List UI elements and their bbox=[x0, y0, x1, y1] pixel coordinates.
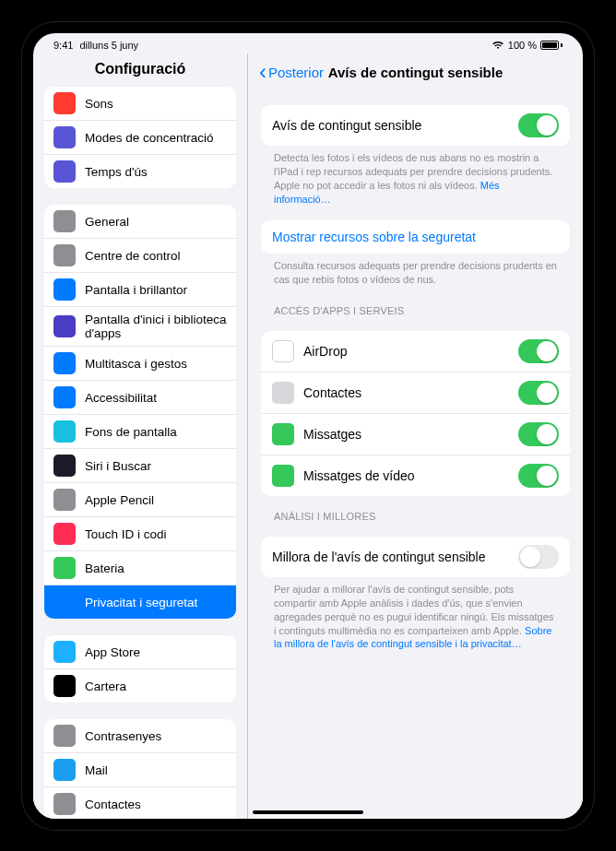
settings-icon bbox=[53, 278, 76, 301]
settings-icon bbox=[53, 126, 76, 148]
sidebar-item-mail[interactable]: Mail bbox=[44, 753, 236, 787]
sidebar-item-label: Apple Pencil bbox=[85, 493, 154, 507]
sidebar-item-apple-pencil[interactable]: Apple Pencil bbox=[44, 483, 236, 517]
settings-icon bbox=[53, 352, 76, 374]
sidebar-item-label: General bbox=[85, 215, 129, 229]
settings-icon bbox=[53, 386, 76, 408]
sidebar-item-modes-de-concentracio-[interactable]: Modes de concentració bbox=[44, 121, 236, 155]
sidebar-item-cartera[interactable]: Cartera bbox=[44, 669, 236, 703]
sidebar-item-accessibilitat[interactable]: Accessibilitat bbox=[44, 381, 236, 415]
app-label: AirDrop bbox=[303, 344, 347, 359]
ipad-frame: 9:41 dilluns 5 juny 100 % Configuració S… bbox=[22, 22, 594, 830]
wifi-icon bbox=[492, 41, 504, 50]
app-icon bbox=[272, 382, 294, 404]
sidebar-item-label: Pantalla d'inici i biblioteca d'apps bbox=[85, 313, 227, 340]
sidebar-item-siri-i-buscar[interactable]: Siri i Buscar bbox=[44, 449, 236, 483]
settings-icon bbox=[53, 210, 76, 232]
sensitive-warning-label: Avís de contingut sensible bbox=[272, 118, 421, 133]
content-pane[interactable]: Posterior Avís de contingut sensible Aví… bbox=[247, 53, 583, 819]
sidebar-item-label: Pantalla i brillantor bbox=[85, 283, 187, 297]
improve-warning-toggle[interactable] bbox=[518, 545, 559, 569]
app-row-contactes: Contactes bbox=[261, 372, 570, 414]
sidebar-item-label: Sons bbox=[85, 97, 113, 111]
apps-card: AirDropContactesMissatgesMissatges de ví… bbox=[261, 331, 570, 496]
sidebar-item-sons[interactable]: Sons bbox=[44, 87, 236, 121]
apps-section-header: ACCÉS D'APPS I SERVEIS bbox=[261, 290, 570, 320]
settings-icon bbox=[53, 455, 76, 477]
settings-icon bbox=[53, 489, 76, 511]
analysis-section-header: ANÀLISI I MILLORES bbox=[261, 496, 570, 526]
nav-bar: Posterior Avís de contingut sensible bbox=[248, 53, 583, 90]
sidebar-item-label: Accessibilitat bbox=[85, 391, 157, 405]
sidebar-item-temps-d-u-s[interactable]: Temps d'ús bbox=[44, 155, 236, 188]
improve-warning-label: Millora de l'avís de contingut sensible bbox=[272, 550, 485, 564]
settings-icon bbox=[53, 793, 76, 815]
improve-card: Millora de l'avís de contingut sensible bbox=[261, 537, 570, 577]
show-safety-resources-link[interactable]: Mostrar recursos sobre la seguretat bbox=[261, 220, 570, 254]
sidebar-item-label: Bateria bbox=[85, 561, 124, 575]
sidebar-item-multitasca-i-gestos[interactable]: Multitasca i gestos bbox=[44, 347, 236, 381]
sidebar-item-general[interactable]: General bbox=[44, 205, 236, 239]
status-right: 100 % bbox=[492, 40, 563, 51]
app-icon bbox=[272, 423, 294, 445]
app-label: Missatges de vídeo bbox=[303, 468, 415, 483]
sidebar-item-app-store[interactable]: App Store bbox=[44, 635, 236, 669]
sidebar-item-label: Contactes bbox=[85, 798, 141, 811]
sidebar-item-label: Multitasca i gestos bbox=[85, 357, 187, 371]
sidebar-item-privacitat-i-seguretat[interactable]: Privacitat i seguretat bbox=[44, 585, 236, 619]
sidebar-item-label: Temps d'ús bbox=[85, 165, 148, 179]
resources-footer: Consulta recursos adequats per prendre d… bbox=[261, 254, 570, 290]
sidebar-item-label: Contrasenyes bbox=[85, 729, 161, 743]
settings-icon bbox=[53, 759, 76, 781]
sidebar-item-label: Siri i Buscar bbox=[85, 459, 151, 473]
sidebar-item-fons-de-pantalla[interactable]: Fons de pantalla bbox=[44, 415, 236, 449]
settings-icon bbox=[53, 160, 76, 183]
settings-icon bbox=[53, 725, 76, 747]
sidebar-scroll[interactable]: SonsModes de concentracióTemps d'ús Gene… bbox=[33, 87, 247, 819]
back-label: Posterior bbox=[268, 65, 324, 80]
sidebar-item-pantalla-d-inici-i-biblioteca-d-apps[interactable]: Pantalla d'inici i biblioteca d'apps bbox=[44, 307, 236, 347]
app-label: Missatges bbox=[303, 427, 361, 442]
settings-icon bbox=[53, 523, 76, 545]
sidebar-item-touch-id-i-codi[interactable]: Touch ID i codi bbox=[44, 517, 236, 551]
sidebar-item-label: Fons de pantalla bbox=[85, 425, 177, 439]
status-left: 9:41 dilluns 5 juny bbox=[53, 40, 138, 51]
status-bar: 9:41 dilluns 5 juny 100 % bbox=[33, 33, 583, 53]
status-date: dilluns 5 juny bbox=[79, 40, 138, 51]
sidebar-item-label: Modes de concentració bbox=[85, 131, 214, 145]
sidebar-item-centre-de-control[interactable]: Centre de control bbox=[44, 239, 236, 273]
sidebar-item-contrasenyes[interactable]: Contrasenyes bbox=[44, 719, 236, 753]
sidebar-item-label: Privacitat i seguretat bbox=[85, 596, 197, 609]
settings-icon bbox=[53, 92, 76, 114]
app-row-missatges-de-vi-deo: Missatges de vídeo bbox=[261, 455, 570, 496]
sidebar-item-label: Centre de control bbox=[85, 249, 181, 263]
app-toggle-contactes[interactable] bbox=[518, 381, 559, 405]
settings-icon bbox=[53, 641, 76, 663]
sidebar-item-bateria[interactable]: Bateria bbox=[44, 551, 236, 585]
settings-icon bbox=[53, 315, 76, 337]
app-toggle-missatges-de-vi-deo[interactable] bbox=[518, 464, 559, 488]
back-button[interactable]: Posterior bbox=[259, 65, 324, 80]
sidebar-item-contactes[interactable]: Contactes bbox=[44, 787, 236, 819]
sidebar-item-label: Touch ID i codi bbox=[85, 527, 167, 541]
settings-icon bbox=[53, 420, 76, 443]
sidebar-item-pantalla-i-brillantor[interactable]: Pantalla i brillantor bbox=[44, 273, 236, 307]
app-toggle-airdrop[interactable] bbox=[518, 339, 559, 363]
battery-pct: 100 % bbox=[508, 40, 537, 51]
sidebar-item-label: Cartera bbox=[85, 680, 126, 693]
battery-icon bbox=[540, 41, 563, 50]
sidebar-item-label: Mail bbox=[85, 763, 108, 777]
home-indicator[interactable] bbox=[253, 810, 363, 814]
main-toggle-card: Avís de contingut sensible bbox=[261, 105, 570, 146]
status-time: 9:41 bbox=[53, 40, 73, 51]
resources-card: Mostrar recursos sobre la seguretat bbox=[261, 220, 570, 254]
settings-icon bbox=[53, 675, 76, 697]
sensitive-warning-toggle[interactable] bbox=[518, 113, 559, 137]
app-toggle-missatges[interactable] bbox=[518, 422, 559, 446]
app-icon bbox=[272, 340, 294, 362]
sensitive-warning-footer: Detecta les fotos i els vídeos de nus ab… bbox=[261, 146, 570, 209]
improve-footer: Per ajudar a millorar l'avís de contingu… bbox=[261, 577, 570, 655]
sidebar-item-label: App Store bbox=[85, 645, 140, 659]
app-icon bbox=[272, 465, 294, 487]
settings-icon bbox=[53, 244, 76, 266]
